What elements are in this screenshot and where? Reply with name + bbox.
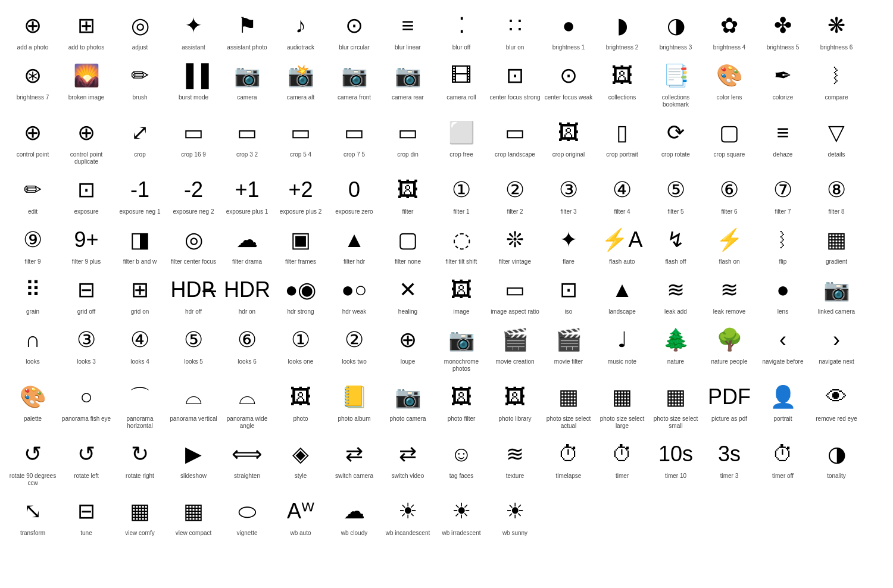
icon-symbol-crop-original: 🖼 (558, 118, 579, 148)
icon-symbol-wb-incandescent: ☀ (398, 496, 417, 526)
icon-symbol-broken-image: 🌄 (73, 61, 100, 90)
icon-item-control-point-duplicate: ⊕control point duplicate (60, 113, 113, 170)
icon-item-tune: ⊟tune (60, 492, 113, 542)
icon-item-filter-3: ③filter 3 (542, 170, 595, 220)
icon-label-filter-none: filter none (395, 258, 421, 265)
icon-label-navigate-next: navigate next (819, 358, 854, 365)
icon-label-iso: iso (565, 308, 573, 315)
icon-label-palette: palette (24, 415, 42, 423)
icon-symbol-brightness-6: ❋ (828, 11, 845, 40)
icon-item-leak-remove: ≋leak remove (702, 270, 756, 320)
icon-symbol-camera-roll: 🎞 (451, 61, 472, 90)
icon-item-photo-library: 🖼photo library (488, 377, 542, 434)
icon-label-image: image (453, 308, 469, 315)
icon-symbol-crop-16-9: ▭ (183, 118, 204, 148)
icon-symbol-filter-9: ⑨ (23, 225, 42, 255)
icon-label-looks-5: looks 5 (184, 358, 203, 365)
icon-item-filter-4: ④filter 4 (595, 170, 649, 220)
icon-symbol-hdr-weak: ●○ (341, 275, 367, 305)
icon-symbol-flash-auto: ⚡A (601, 225, 642, 255)
icon-label-timer: timer (616, 473, 629, 480)
icon-label-looks-two: looks two (342, 358, 367, 365)
icon-symbol-filter-7: ⑦ (773, 175, 792, 205)
icon-label-camera: camera (237, 94, 257, 101)
icon-item-rotate-left: ↺rotate left (60, 434, 113, 492)
icon-item-crop: ⤢crop (113, 113, 167, 170)
icon-symbol-filter-2: ② (505, 175, 524, 205)
icon-item-camera-alt: 📸camera alt (274, 56, 327, 113)
icon-symbol-crop-square: ▢ (719, 118, 739, 148)
icon-label-crop-original: crop original (552, 151, 585, 158)
icon-label-filter-tilt-shift: filter tilt shift (446, 258, 477, 265)
icon-label-monochrome-photos: monochrome photos (436, 358, 487, 373)
icon-symbol-exposure-plus-1: +1 (235, 175, 259, 205)
icon-item-timer-3: 3stimer 3 (702, 434, 756, 492)
icon-label-brightness-4: brightness 4 (713, 44, 745, 51)
icon-item-filter-b-and-w: ◨filter b and w (113, 220, 167, 270)
icon-symbol-wb-irradescent: ☀ (452, 496, 471, 526)
icon-label-grain: grain (26, 308, 39, 315)
icon-symbol-vignette: ⬭ (238, 496, 257, 526)
icon-item-blur-circular: ⊙blur circular (327, 6, 381, 56)
icon-symbol-hdr-strong: ●◉ (285, 275, 317, 305)
icon-symbol-exposure-zero: 0 (348, 175, 360, 205)
icon-item-timer-off: ⏱timer off (756, 434, 810, 492)
icon-symbol-transform: ⤡ (24, 496, 42, 526)
icon-symbol-brightness-7: ⊛ (24, 61, 42, 90)
icon-symbol-hdr-off: HDR̶ (171, 275, 217, 305)
icon-item-brightness-1: ●brightness 1 (542, 6, 595, 56)
icon-symbol-filter-8: ⑧ (827, 175, 846, 205)
icon-symbol-landscape: ▲ (611, 275, 633, 305)
icon-label-brightness-2: brightness 2 (606, 44, 638, 51)
icon-symbol-panorama-fish-eye: ○ (80, 382, 93, 412)
icon-symbol-monochrome-photos: 📷 (448, 325, 475, 355)
icon-symbol-camera-rear: 📷 (395, 61, 421, 90)
icon-label-filter-vintage: filter vintage (499, 258, 531, 265)
icon-symbol-music-note: ♩ (617, 325, 627, 355)
icon-item-straighten: ⟺straighten (220, 434, 274, 492)
icon-item-crop-3-2: ▭crop 3 2 (220, 113, 274, 170)
icon-symbol-wb-auto: Aᵂ (287, 496, 314, 526)
icon-symbol-burst-mode: ▐▐ (178, 61, 208, 90)
icon-label-switch-video: switch video (392, 473, 424, 480)
icon-item-photo-camera: 📷photo camera (381, 377, 435, 434)
icon-symbol-adjust: ◎ (131, 11, 149, 40)
icon-label-exposure-zero: exposure zero (335, 208, 373, 215)
icon-item-exposure-plus-1: +1exposure plus 1 (220, 170, 274, 220)
icon-item-center-focus-strong: ⊡center focus strong (488, 56, 542, 113)
icon-symbol-style: ◈ (292, 439, 309, 469)
icon-symbol-navigate-next: › (833, 325, 840, 355)
icon-label-compare: compare (825, 94, 848, 101)
icon-label-navigate-before: navigate before (763, 358, 804, 365)
icon-symbol-crop-din: ▭ (398, 118, 418, 148)
icon-label-filter-6: filter 6 (721, 208, 737, 215)
icon-item-audiotrack: ♪audiotrack (274, 6, 327, 56)
icon-symbol-collections: 🖼 (611, 61, 633, 90)
icon-symbol-flare: ✦ (560, 225, 577, 255)
icon-item-iso: ⊡iso (542, 270, 595, 320)
icon-symbol-filter-frames: ▣ (291, 225, 311, 255)
icon-item-grid-on: ⊞grid on (113, 270, 167, 320)
icon-symbol-portrait: 👤 (770, 382, 797, 412)
icon-symbol-photo-camera: 📷 (395, 382, 421, 412)
icon-item-remove-red-eye: 👁remove red eye (810, 377, 863, 434)
icon-symbol-assistant: ✦ (185, 11, 202, 40)
icon-symbol-exposure-neg-2: -2 (184, 175, 203, 205)
icon-symbol-view-comfy: ▦ (130, 496, 150, 526)
icon-symbol-filter-9-plus: 9+ (74, 225, 98, 255)
icon-symbol-audiotrack: ♪ (295, 11, 306, 40)
icon-item-crop-rotate: ⟳crop rotate (649, 113, 702, 170)
icon-label-crop-5-4: crop 5 4 (290, 151, 311, 158)
icon-label-wb-auto: wb auto (290, 530, 311, 537)
icon-item-camera-rear: 📷camera rear (381, 56, 435, 113)
icon-symbol-timer-10: 10s (658, 439, 693, 469)
icon-label-tag-faces: tag faces (449, 473, 474, 480)
icon-label-flash-off: flash off (666, 258, 686, 265)
icon-item-panorama-wide-angle: ⌓panorama wide angle (220, 377, 274, 434)
icon-label-timer-3: timer 3 (720, 473, 739, 480)
icon-symbol-timer-3: 3s (718, 439, 741, 469)
icon-label-wb-cloudy: wb cloudy (341, 530, 367, 537)
icon-symbol-details: ▽ (828, 118, 845, 148)
icon-symbol-rotate-left: ↺ (77, 439, 95, 469)
icon-item-portrait: 👤portrait (756, 377, 810, 434)
